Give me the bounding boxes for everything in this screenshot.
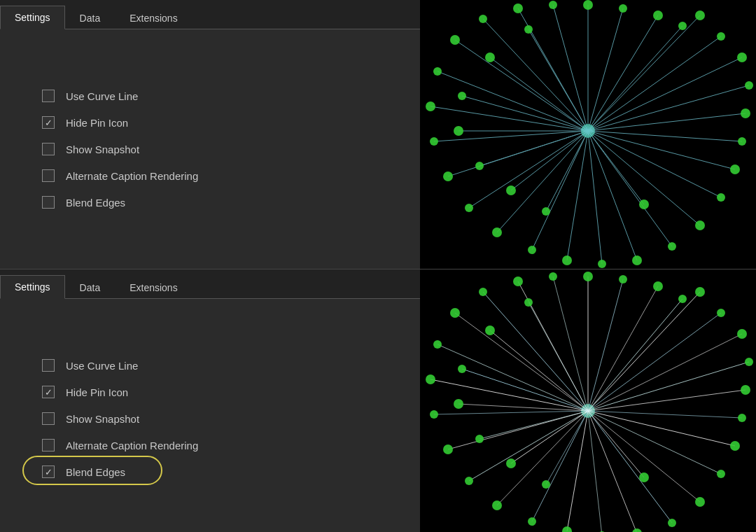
svg-point-128 — [443, 444, 453, 454]
svg-point-54 — [443, 172, 453, 181]
svg-point-67 — [542, 207, 550, 216]
bottom-checkbox-row-3: Alternate Caption Rendering — [42, 436, 378, 454]
tab-extensions-top[interactable]: Extensions — [115, 6, 192, 29]
svg-point-43 — [738, 137, 746, 146]
bottom-checkbox-use-curve-line[interactable] — [42, 359, 55, 372]
svg-point-116 — [741, 385, 750, 395]
tab-settings-top[interactable]: Settings — [0, 6, 65, 29]
svg-point-39 — [717, 32, 725, 41]
svg-point-60 — [513, 4, 523, 13]
svg-point-61 — [549, 1, 557, 9]
svg-point-117 — [738, 414, 746, 422]
svg-point-142 — [506, 458, 516, 468]
svg-point-69 — [475, 162, 484, 170]
top-settings-content: Use Curve Line ✓ Hide Pin Icon Show Snap… — [0, 29, 420, 269]
svg-point-118 — [730, 441, 740, 451]
svg-point-59 — [479, 15, 487, 23]
bottom-checkmark-blend-edges: ✓ — [45, 468, 52, 477]
top-checkbox-row-4: Blend Edges — [42, 193, 378, 211]
tab-data-bottom[interactable]: Data — [65, 276, 115, 299]
bottom-tab-bar: Settings Data Extensions — [0, 270, 420, 299]
top-tab-bar: Settings Data Extensions — [0, 0, 420, 29]
svg-point-73 — [524, 25, 533, 34]
svg-point-132 — [450, 308, 460, 318]
top-checkbox-row-2: Show Snapshot — [42, 140, 378, 158]
svg-point-146 — [485, 326, 495, 335]
svg-point-133 — [479, 288, 487, 296]
top-label-hide-pin-icon: Hide Pin Icon — [66, 117, 128, 129]
top-checkbox-row-0: Use Curve Line — [42, 87, 378, 105]
svg-point-50 — [562, 255, 572, 265]
bottom-graph-container — [420, 270, 756, 532]
bottom-checkbox-row-2: Show Snapshot — [42, 410, 378, 428]
top-graph-container — [420, 0, 756, 269]
bottom-panel-row: Settings Data Extensions Use Curve Line … — [0, 270, 756, 532]
svg-point-125 — [528, 517, 536, 526]
tab-data-top[interactable]: Data — [65, 6, 115, 29]
svg-point-44 — [730, 164, 740, 174]
svg-point-139 — [678, 295, 687, 303]
svg-point-38 — [695, 10, 705, 20]
top-checkbox-row-3: Alternate Caption Rendering — [42, 167, 378, 185]
svg-point-41 — [745, 81, 753, 90]
top-checkbox-blend-edges[interactable] — [42, 196, 55, 209]
svg-point-138 — [653, 281, 663, 291]
top-checkbox-hide-pin-icon[interactable]: ✓ — [42, 116, 55, 129]
svg-point-66 — [639, 200, 649, 209]
bottom-checkbox-row-0: Use Curve Line — [42, 356, 378, 374]
svg-point-121 — [668, 519, 676, 527]
top-checkmark-hide-pin: ✓ — [45, 118, 52, 127]
bottom-checkbox-blend-edges[interactable]: ✓ — [42, 465, 55, 478]
bottom-label-alt-caption: Alternate Caption Rendering — [66, 440, 198, 451]
bottom-label-show-snapshot: Show Snapshot — [66, 413, 139, 425]
tab-settings-bottom[interactable]: Settings — [0, 275, 65, 299]
svg-point-56 — [426, 102, 435, 111]
svg-point-136 — [583, 272, 593, 281]
svg-point-52 — [492, 227, 502, 237]
bottom-checkbox-row-4: ✓ Blend Edges — [42, 463, 378, 481]
bottom-label-use-curve-line: Use Curve Line — [66, 360, 138, 372]
svg-point-140 — [639, 472, 649, 482]
svg-point-112 — [695, 287, 705, 297]
tab-extensions-bottom[interactable]: Extensions — [115, 276, 192, 299]
svg-point-51 — [528, 246, 536, 254]
top-graph-svg — [420, 0, 756, 269]
svg-point-127 — [465, 477, 473, 485]
top-checkbox-row-1: ✓ Hide Pin Icon — [42, 113, 378, 132]
bottom-checkbox-alt-caption[interactable] — [42, 439, 55, 451]
top-label-blend-edges: Blend Edges — [66, 197, 125, 209]
svg-point-141 — [542, 480, 550, 489]
bottom-label-hide-pin-icon: Hide Pin Icon — [66, 386, 128, 398]
svg-point-70 — [454, 126, 463, 136]
svg-point-134 — [513, 276, 523, 286]
svg-point-49 — [598, 260, 606, 268]
top-checkbox-use-curve-line[interactable] — [42, 90, 55, 102]
top-checkbox-alt-caption[interactable] — [42, 169, 55, 182]
svg-point-143 — [475, 435, 484, 443]
bottom-label-blend-edges: Blend Edges — [66, 466, 125, 478]
bottom-checkmark-hide-pin: ✓ — [45, 388, 52, 397]
top-checkbox-show-snapshot[interactable] — [42, 143, 55, 155]
svg-point-42 — [741, 108, 750, 118]
svg-point-62 — [583, 0, 593, 10]
svg-point-113 — [717, 309, 725, 317]
bottom-graph-panel — [420, 270, 756, 532]
svg-point-46 — [695, 220, 705, 230]
svg-point-137 — [619, 275, 627, 284]
svg-point-130 — [426, 374, 435, 384]
bottom-checkbox-row-1: ✓ Hide Pin Icon — [42, 383, 378, 401]
svg-point-71 — [458, 92, 466, 100]
svg-point-40 — [737, 52, 747, 62]
svg-point-58 — [450, 35, 460, 45]
bottom-checkbox-show-snapshot[interactable] — [42, 412, 55, 425]
svg-point-48 — [632, 255, 642, 265]
bottom-checkbox-hide-pin-icon[interactable]: ✓ — [42, 386, 55, 398]
svg-point-57 — [433, 67, 442, 76]
top-label-alt-caption: Alternate Caption Rendering — [66, 170, 198, 182]
top-left-panel: Settings Data Extensions Use Curve Line … — [0, 0, 420, 269]
top-label-use-curve-line: Use Curve Line — [66, 90, 138, 102]
top-panel-row: Settings Data Extensions Use Curve Line … — [0, 0, 756, 270]
svg-point-53 — [465, 204, 473, 212]
bottom-left-panel: Settings Data Extensions Use Curve Line … — [0, 270, 420, 532]
svg-point-65 — [678, 22, 687, 30]
